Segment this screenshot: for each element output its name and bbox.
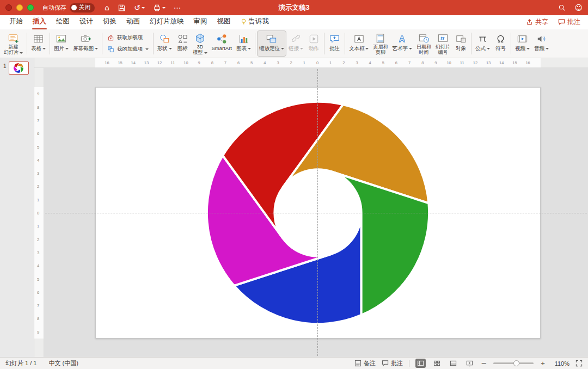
screenshot-button[interactable]: 屏幕截图	[71, 30, 100, 57]
tab-slideshow[interactable]: 幻灯片放映	[145, 15, 189, 29]
zoom-slider-knob[interactable]	[513, 360, 519, 366]
slide-counter[interactable]: 幻灯片 1 / 1	[5, 359, 36, 367]
get-addins-button[interactable]: 获取加载项	[105, 33, 150, 42]
slide-thumbnail-panel: 1	[0, 58, 34, 357]
3d-models-button[interactable]: 3D模型	[191, 30, 210, 57]
ruler-number: 8	[37, 316, 39, 321]
editing-canvas[interactable]	[44, 68, 588, 357]
slideshow-button[interactable]	[464, 359, 475, 368]
chevron-down-icon	[248, 48, 251, 50]
slide-sorter-view-button[interactable]	[432, 359, 442, 368]
header-footer-button[interactable]: 页眉和页脚	[371, 30, 390, 57]
tab-home[interactable]: 开始	[4, 15, 28, 29]
new-slide-button[interactable]: 新建幻灯片	[2, 30, 25, 57]
slide-thumbnail[interactable]	[9, 61, 29, 75]
ruler-number: 12	[473, 60, 477, 65]
zoom-level[interactable]: 110%	[552, 360, 569, 367]
autosave-toggle[interactable]: 自动保存 关闭	[42, 3, 95, 13]
equation-button[interactable]: 公式	[473, 30, 492, 57]
omega-icon	[494, 32, 507, 46]
slide-number-button[interactable]: 幻灯片编号	[433, 30, 452, 57]
chevron-down-icon	[169, 48, 172, 50]
share-icon	[526, 19, 533, 26]
ruler-number: 5	[382, 60, 384, 65]
slide-number-icon	[437, 32, 449, 45]
more-commands-button[interactable]: ⋯	[174, 4, 181, 11]
feedback-smiley-icon[interactable]: ☺	[574, 4, 583, 11]
tab-tell-me[interactable]: 告诉我	[236, 15, 274, 29]
tab-transitions[interactable]: 切换	[98, 15, 121, 29]
wordart-button[interactable]: 艺术字	[390, 30, 414, 57]
ruler-number: 0	[37, 211, 39, 216]
home-icon[interactable]: ⌂	[105, 4, 109, 11]
bar-chart-icon	[237, 32, 250, 46]
new-comment-button[interactable]: 批注	[326, 30, 343, 57]
comments-button[interactable]: 批注	[558, 17, 580, 27]
minimize-button[interactable]	[16, 4, 23, 11]
tab-design[interactable]: 设计	[75, 15, 98, 29]
chart-button[interactable]: 图表	[234, 30, 253, 57]
chevron-down-icon	[65, 48, 69, 50]
ruler-number: 12	[157, 60, 162, 65]
document-title: 演示文稿3	[279, 3, 310, 13]
icons-button[interactable]: 图标	[174, 30, 191, 57]
ruler-number: 7	[224, 60, 226, 65]
ruler-number: 11	[170, 60, 175, 65]
table-button[interactable]: 表格	[29, 30, 48, 57]
ruler-number: 7	[37, 303, 39, 308]
shapes-button[interactable]: 形状	[155, 30, 174, 57]
ruler-number: 5	[37, 276, 39, 281]
ruler-number: 7	[37, 118, 39, 122]
undo-button[interactable]: ↺	[134, 4, 145, 11]
reading-view-button[interactable]	[448, 359, 458, 368]
ribbon-separator	[27, 33, 27, 54]
autosave-switch[interactable]: 关闭	[70, 3, 95, 13]
ribbon-separator	[153, 33, 154, 54]
search-icon[interactable]	[558, 4, 566, 11]
tab-review[interactable]: 审阅	[189, 15, 212, 29]
vertical-ruler: 9876543210123456789	[34, 68, 44, 357]
ruler-number: 13	[144, 60, 149, 65]
smartart-button[interactable]: SmartArt	[210, 30, 234, 57]
tab-view[interactable]: 视图	[212, 15, 236, 29]
print-button[interactable]	[153, 4, 166, 12]
text-box-button[interactable]: 文本框	[347, 30, 371, 57]
ruler-number: 3	[37, 171, 39, 176]
pictures-button[interactable]: 图片	[52, 30, 71, 57]
zoom-slider[interactable]	[493, 362, 534, 364]
chevron-down-icon	[42, 48, 46, 50]
zoom-link-button[interactable]: 缩放定位	[257, 30, 286, 57]
ruler-number: 4	[264, 60, 266, 65]
object-button[interactable]: 对象	[452, 30, 469, 57]
normal-view-button[interactable]	[415, 359, 426, 368]
text-box-icon	[353, 32, 365, 46]
zoom-out-button[interactable]: −	[481, 359, 487, 367]
ruler-number: 8	[211, 60, 213, 65]
grid-view-icon	[433, 360, 440, 367]
comments-toggle[interactable]: 批注	[382, 359, 403, 367]
fullscreen-button[interactable]	[27, 4, 34, 11]
addin-icon	[107, 45, 115, 53]
action-button[interactable]: 动作	[305, 30, 322, 57]
horizontal-center-guide[interactable]	[45, 213, 587, 213]
symbol-button[interactable]: 符号	[492, 30, 509, 57]
tab-animations[interactable]: 动画	[121, 15, 145, 29]
save-icon[interactable]	[118, 4, 126, 12]
video-button[interactable]: 视频	[513, 30, 532, 57]
fit-slide-button[interactable]	[575, 360, 583, 367]
my-addins-button[interactable]: 我的加载项	[105, 45, 150, 54]
date-time-button[interactable]: 日期和时间	[414, 30, 433, 57]
language-indicator[interactable]: 中文 (中国)	[48, 359, 78, 367]
chevron-down-icon	[162, 7, 166, 9]
ruler-number: 8	[37, 104, 39, 109]
link-button[interactable]: 链接	[286, 30, 305, 57]
share-button[interactable]: 共享	[526, 17, 548, 27]
chevron-down-icon	[20, 52, 23, 54]
pictogram-icon	[176, 32, 189, 46]
zoom-in-button[interactable]: +	[540, 359, 546, 367]
notes-toggle[interactable]: 备注	[354, 359, 376, 367]
audio-button[interactable]: 音频	[532, 30, 551, 57]
tab-draw[interactable]: 绘图	[51, 15, 75, 29]
tab-insert[interactable]: 插入	[28, 15, 51, 29]
close-button[interactable]	[5, 4, 12, 11]
